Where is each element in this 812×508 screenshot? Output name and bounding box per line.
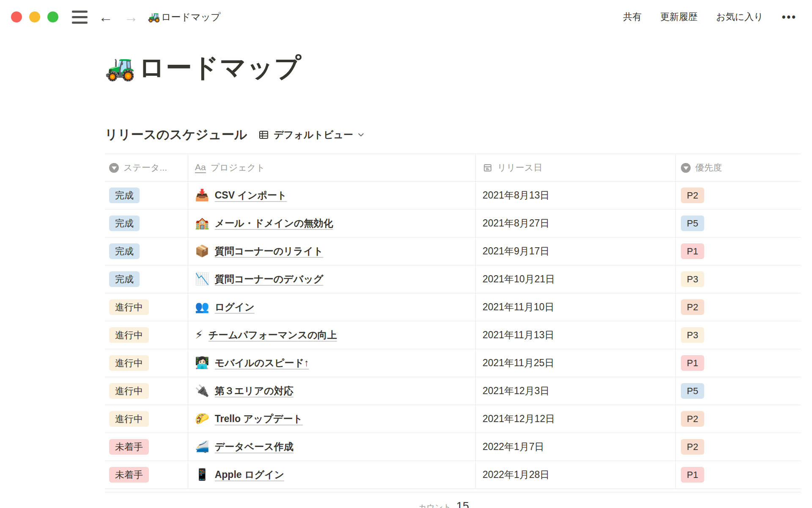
project-cell[interactable]: 📥 CSV インポート [188, 182, 476, 209]
table-row[interactable]: 進行中 🌮 Trello アップデート 2021年12月12日 P2 [105, 405, 801, 433]
table-row[interactable]: 完成 🏫 メール・ドメインの無効化 2021年8月27日 P5 [105, 210, 801, 237]
status-badge[interactable]: 進行中 [109, 299, 149, 315]
priority-cell[interactable]: P1 [676, 349, 801, 377]
status-badge[interactable]: 完成 [109, 243, 140, 260]
release-date-cell[interactable]: 2021年12月12日 [476, 405, 676, 433]
status-badge[interactable]: 進行中 [109, 411, 149, 427]
table-row[interactable]: 完成 📥 CSV インポート 2021年8月13日 P2 [105, 182, 801, 210]
table-row[interactable]: 進行中 ⚡ チームパフォーマンスの向上 2021年11月13日 P3 [105, 321, 801, 349]
release-date-cell[interactable]: 2021年12月3日 [476, 377, 676, 405]
priority-badge[interactable]: P1 [681, 243, 704, 260]
column-header-project[interactable]: Aa プロジェクト [188, 154, 476, 181]
project-title-link[interactable]: CSV インポート [215, 189, 287, 202]
project-title-link[interactable]: データベース作成 [215, 440, 294, 453]
priority-badge[interactable]: P3 [681, 327, 704, 343]
table-row[interactable]: 進行中 🔌 第３エリアの対応 2021年12月3日 P5 [105, 377, 801, 405]
project-cell[interactable]: 📉 質問コーナーのデバッグ [188, 265, 476, 293]
table-row[interactable]: 未着手 🚄 データベース作成 2022年1月7日 P2 [105, 433, 801, 461]
page-title-text[interactable]: ロードマップ [138, 50, 301, 86]
status-cell[interactable]: 完成 [105, 210, 188, 237]
share-button[interactable]: 共有 [623, 11, 642, 23]
view-switcher-tab[interactable]: デフォルトビュー [258, 128, 365, 141]
project-title-link[interactable]: 質問コーナーのリライト [215, 245, 324, 258]
status-cell[interactable]: 完成 [105, 265, 188, 293]
release-date-cell[interactable]: 2022年1月28日 [476, 461, 676, 489]
status-badge[interactable]: 進行中 [109, 383, 149, 399]
priority-cell[interactable]: P5 [676, 377, 801, 405]
priority-cell[interactable]: P2 [676, 405, 801, 433]
priority-badge[interactable]: P1 [681, 355, 704, 371]
release-date-cell[interactable]: 2021年11月13日 [476, 321, 676, 349]
project-cell[interactable]: 👩🏻‍💻 モバイルのスピード↑ [188, 349, 476, 377]
column-header-status[interactable]: ステータ... [105, 154, 188, 181]
priority-badge[interactable]: P2 [681, 299, 704, 315]
zoom-window-button[interactable] [47, 11, 58, 22]
status-badge[interactable]: 進行中 [109, 327, 149, 343]
status-badge[interactable]: 未着手 [109, 467, 149, 483]
status-badge[interactable]: 完成 [109, 188, 140, 204]
project-cell[interactable]: 🚄 データベース作成 [188, 433, 476, 461]
release-date-cell[interactable]: 2022年1月7日 [476, 433, 676, 461]
project-title-link[interactable]: チームパフォーマンスの向上 [208, 329, 337, 342]
status-cell[interactable]: 進行中 [105, 349, 188, 377]
breadcrumb[interactable]: 🚜 ロードマップ [148, 11, 221, 24]
table-row[interactable]: 完成 📉 質問コーナーのデバッグ 2021年10月21日 P3 [105, 265, 801, 293]
project-cell[interactable]: 🔌 第３エリアの対応 [188, 377, 476, 405]
project-title-link[interactable]: ログイン [215, 301, 255, 314]
priority-badge[interactable]: P5 [681, 383, 704, 399]
status-cell[interactable]: 進行中 [105, 321, 188, 349]
status-badge[interactable]: 完成 [109, 271, 140, 287]
update-history-button[interactable]: 更新履歴 [660, 11, 697, 23]
project-title-link[interactable]: Trello アップデート [215, 412, 303, 425]
project-cell[interactable]: 🌮 Trello アップデート [188, 405, 476, 433]
priority-cell[interactable]: P5 [676, 210, 801, 237]
close-window-button[interactable] [11, 11, 22, 22]
back-arrow-icon[interactable]: ← [99, 10, 113, 24]
column-header-priority[interactable]: 優先度 [676, 154, 801, 181]
release-date-cell[interactable]: 2021年8月27日 [476, 210, 676, 237]
table-row[interactable]: 進行中 👥 ログイン 2021年11月10日 P2 [105, 293, 801, 321]
column-header-release-date[interactable]: リリース日 [476, 154, 676, 181]
status-cell[interactable]: 完成 [105, 237, 188, 265]
status-cell[interactable]: 進行中 [105, 377, 188, 405]
priority-badge[interactable]: P2 [681, 411, 704, 427]
sidebar-menu-icon[interactable] [72, 11, 88, 24]
status-cell[interactable]: 進行中 [105, 293, 188, 321]
database-title[interactable]: リリースのスケジュール [105, 126, 247, 144]
priority-badge[interactable]: P2 [681, 439, 704, 455]
project-cell[interactable]: 📦 質問コーナーのリライト [188, 237, 476, 265]
status-badge[interactable]: 完成 [109, 215, 140, 232]
priority-cell[interactable]: P1 [676, 237, 801, 265]
project-title-link[interactable]: Apple ログイン [215, 468, 284, 481]
status-badge[interactable]: 進行中 [109, 355, 149, 371]
count-label[interactable]: カウント [418, 502, 451, 508]
project-title-link[interactable]: 質問コーナーのデバッグ [215, 273, 324, 286]
project-cell[interactable]: 🏫 メール・ドメインの無効化 [188, 210, 476, 237]
status-cell[interactable]: 未着手 [105, 433, 188, 461]
priority-badge[interactable]: P3 [681, 271, 704, 287]
project-cell[interactable]: 📱 Apple ログイン [188, 461, 476, 489]
priority-badge[interactable]: P5 [681, 215, 704, 232]
favorite-button[interactable]: お気に入り [716, 11, 763, 23]
project-title-link[interactable]: メール・ドメインの無効化 [215, 217, 333, 230]
status-cell[interactable]: 進行中 [105, 405, 188, 433]
priority-cell[interactable]: P3 [676, 265, 801, 293]
table-row[interactable]: 完成 📦 質問コーナーのリライト 2021年9月17日 P1 [105, 237, 801, 265]
release-date-cell[interactable]: 2021年10月21日 [476, 265, 676, 293]
more-options-icon[interactable]: ••• [782, 11, 797, 23]
table-row[interactable]: 未着手 📱 Apple ログイン 2022年1月28日 P1 [105, 461, 801, 489]
release-date-cell[interactable]: 2021年11月25日 [476, 349, 676, 377]
status-cell[interactable]: 未着手 [105, 461, 188, 489]
priority-badge[interactable]: P2 [681, 188, 704, 204]
priority-cell[interactable]: P2 [676, 293, 801, 321]
minimize-window-button[interactable] [29, 11, 40, 22]
priority-cell[interactable]: P2 [676, 182, 801, 209]
priority-cell[interactable]: P1 [676, 461, 801, 489]
release-date-cell[interactable]: 2021年9月17日 [476, 237, 676, 265]
project-title-link[interactable]: 第３エリアの対応 [215, 384, 294, 398]
release-date-cell[interactable]: 2021年8月13日 [476, 182, 676, 209]
table-row[interactable]: 進行中 👩🏻‍💻 モバイルのスピード↑ 2021年11月25日 P1 [105, 349, 801, 377]
priority-badge[interactable]: P1 [681, 467, 704, 483]
release-date-cell[interactable]: 2021年11月10日 [476, 293, 676, 321]
status-badge[interactable]: 未着手 [109, 439, 149, 455]
